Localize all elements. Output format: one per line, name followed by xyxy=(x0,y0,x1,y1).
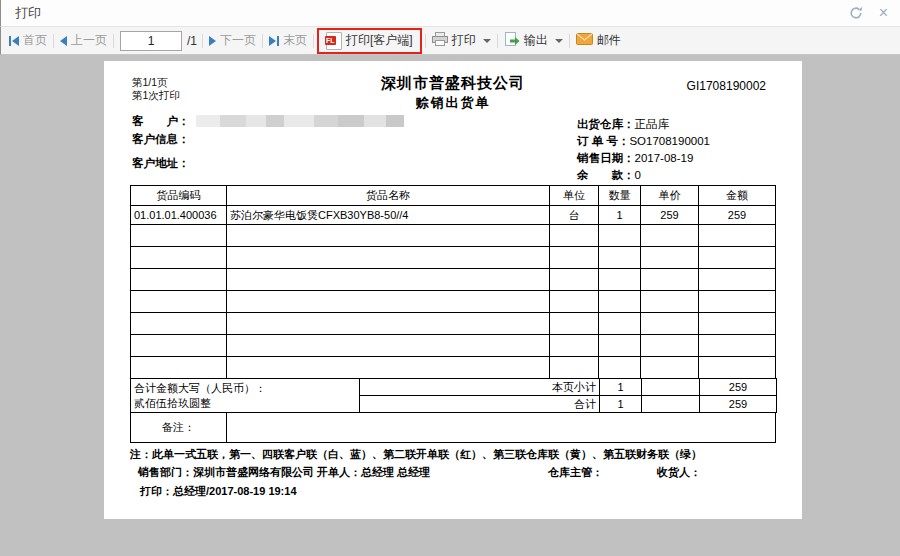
first-page-button[interactable]: 首页 xyxy=(4,32,52,49)
total-price xyxy=(642,396,700,413)
export-icon xyxy=(504,32,520,50)
print-info-line: 打印：总经理/2017-08-19 19:14 xyxy=(140,484,297,499)
total-amount: 259 xyxy=(700,396,777,413)
item-unit: 台 xyxy=(550,206,599,225)
window-titlebar: 打印 × xyxy=(0,0,900,27)
total-qty: 1 xyxy=(600,396,642,413)
table-row-empty xyxy=(131,313,776,335)
annotation-highlight-box: FL 打印[客户端] xyxy=(317,28,422,54)
sales-dept-value: 深圳市普盛网络有限公司 xyxy=(193,466,314,478)
separator xyxy=(569,34,570,48)
document-type-title: 赊销出货单 xyxy=(104,94,802,112)
dropdown-caret-icon xyxy=(555,39,563,43)
prev-page-label: 上一页 xyxy=(71,32,107,49)
warehouse-label: 出货仓库： xyxy=(577,118,635,130)
col-header-price: 单价 xyxy=(641,186,699,206)
subtotal-amount: 259 xyxy=(700,379,777,396)
clerk-label: 开单人： xyxy=(317,466,361,478)
next-page-label: 下一页 xyxy=(220,32,256,49)
dropdown-caret-icon xyxy=(483,39,491,43)
remark-value xyxy=(227,413,776,443)
customer-redacted-value xyxy=(196,115,404,127)
order-row: 订 单 号：SO1708190001 xyxy=(577,131,710,149)
col-header-item-code: 货品编码 xyxy=(131,186,227,206)
balance-row: 余 款：0 xyxy=(577,165,641,183)
table-row-empty xyxy=(131,335,776,357)
total-label: 合计 xyxy=(360,396,600,413)
order-number-label: 订 单 号： xyxy=(577,135,629,147)
window-controls: × xyxy=(849,6,888,20)
print-toolbar: 首页 上一页 /1 下一页 末页 FL 打印[客户端] 打印 xyxy=(0,27,900,55)
table-row: 01.01.01.400036 苏泊尔豪华电饭煲CFXB30YB8-50//4 … xyxy=(131,206,776,225)
col-header-qty: 数量 xyxy=(599,186,641,206)
customer-address-label: 客户地址： xyxy=(132,156,190,171)
refresh-icon[interactable] xyxy=(849,6,863,20)
table-row-empty xyxy=(131,269,776,291)
item-amount: 259 xyxy=(699,206,776,225)
copies-note: 注：此单一式五联，第一、四联客户联（白、蓝）、第二联开单联（红）、第三联仓库联（… xyxy=(130,447,702,462)
separator xyxy=(53,34,54,48)
amount-words-value: 贰佰伍拾玖圆整 xyxy=(134,396,356,411)
separator xyxy=(262,34,263,48)
item-price: 259 xyxy=(641,206,699,225)
prev-page-button[interactable]: 上一页 xyxy=(55,32,112,49)
warehouse-manager-label: 仓库主管： xyxy=(548,465,603,480)
print-client-label: 打印[客户端] xyxy=(346,32,413,49)
col-header-amount: 金额 xyxy=(699,186,776,206)
table-row-empty xyxy=(131,357,776,379)
remark-row: 备注： xyxy=(131,413,776,443)
item-name: 苏泊尔豪华电饭煲CFXB30YB8-50//4 xyxy=(227,206,550,225)
close-icon[interactable]: × xyxy=(879,6,888,20)
separator xyxy=(113,34,114,48)
sales-date-label: 销售日期： xyxy=(577,152,635,164)
first-page-icon xyxy=(9,36,19,46)
print-client-document-icon: FL xyxy=(326,32,342,50)
sales-date-row: 销售日期：2017-08-19 xyxy=(577,148,693,166)
subtotal-label: 本页小计 xyxy=(360,379,600,396)
customer-row: 客 户： xyxy=(132,114,404,129)
first-page-label: 首页 xyxy=(23,32,47,49)
export-label: 输出 xyxy=(524,32,548,49)
window-title: 打印 xyxy=(15,4,41,22)
page-total-label: /1 xyxy=(187,34,197,48)
separator xyxy=(202,34,203,48)
sales-dept-row: 销售部门：深圳市普盛网络有限公司 xyxy=(138,465,314,480)
printer-icon xyxy=(432,32,448,49)
print-preview-area: 第1/1页 第1次打印 深圳市普盛科技公司 赊销出货单 GI1708190002… xyxy=(0,55,900,556)
customer-label: 客 户： xyxy=(132,115,190,127)
table-row-empty xyxy=(131,225,776,247)
remark-section: 备注： xyxy=(130,412,776,443)
mail-button[interactable]: 邮件 xyxy=(571,32,626,49)
next-page-button[interactable]: 下一页 xyxy=(204,32,261,49)
print-dropdown-button[interactable]: 打印 xyxy=(427,32,496,49)
separator xyxy=(425,34,426,48)
clerk-row: 开单人：总经理 总经理 xyxy=(317,465,430,480)
print-client-button[interactable]: FL 打印[客户端] xyxy=(321,32,418,50)
amount-words-label: 合计金额大写（人民币）： xyxy=(134,381,356,396)
clerk-value: 总经理 总经理 xyxy=(361,466,430,478)
fl-badge-icon: FL xyxy=(325,36,336,45)
next-page-icon xyxy=(209,36,216,46)
balance-label: 余 款： xyxy=(577,169,635,181)
totals-section: 合计金额大写（人民币）： 贰佰伍拾玖圆整 本页小计 1 259 合计 1 259 xyxy=(130,378,777,413)
balance-value: 0 xyxy=(635,169,641,181)
last-page-label: 末页 xyxy=(283,32,307,49)
mail-label: 邮件 xyxy=(597,32,621,49)
subtotal-row: 合计金额大写（人民币）： 贰佰伍拾玖圆整 本页小计 1 259 xyxy=(131,379,777,396)
amount-in-words-cell: 合计金额大写（人民币）： 贰佰伍拾玖圆整 xyxy=(131,379,360,413)
col-header-item-name: 货品名称 xyxy=(227,186,550,206)
table-row-empty xyxy=(131,291,776,313)
remark-label: 备注： xyxy=(131,413,227,443)
export-dropdown-button[interactable]: 输出 xyxy=(499,32,568,50)
mail-envelope-icon xyxy=(576,33,593,48)
document-number: GI1708190002 xyxy=(687,79,766,93)
last-page-button[interactable]: 末页 xyxy=(264,32,312,49)
item-code: 01.01.01.400036 xyxy=(131,206,227,225)
page-number-input[interactable] xyxy=(120,31,182,51)
sales-date-value: 2017-08-19 xyxy=(635,152,694,164)
sales-dept-label: 销售部门： xyxy=(138,466,193,478)
col-header-unit: 单位 xyxy=(550,186,599,206)
warehouse-row: 出货仓库：正品库 xyxy=(577,114,669,132)
separator xyxy=(497,34,498,48)
item-qty: 1 xyxy=(599,206,641,225)
